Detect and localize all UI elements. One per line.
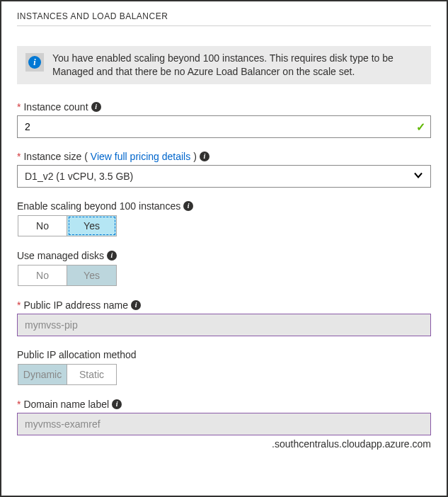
required-marker: * <box>17 299 21 311</box>
instance-size-value: D1_v2 (1 vCPU, 3.5 GB) <box>25 171 133 182</box>
pip-name-label: Public IP address name <box>23 299 128 311</box>
managed-disks-toggle: No Yes <box>17 264 117 287</box>
check-icon: ✓ <box>416 120 425 133</box>
field-instance-size: * Instance size (View full pricing detai… <box>17 151 431 188</box>
required-marker: * <box>17 399 21 410</box>
instance-count-label: Instance count <box>23 101 88 113</box>
info-icon[interactable]: i <box>112 399 122 409</box>
info-icon[interactable]: i <box>183 201 193 211</box>
instance-size-label: Instance size <box>23 151 81 162</box>
pip-alloc-static: Static <box>67 364 117 385</box>
managed-disks-no: No <box>18 265 67 286</box>
info-icon[interactable]: i <box>200 152 209 161</box>
instances-load-balancer-panel: INSTANCES AND LOAD BALANCER i You have e… <box>0 0 448 497</box>
pip-alloc-toggle: Dynamic Static <box>17 363 117 386</box>
field-pip-name: * Public IP address name i <box>17 299 431 336</box>
info-icon[interactable]: i <box>91 102 101 112</box>
info-icon: i <box>25 53 44 72</box>
managed-disks-yes: Yes <box>67 265 117 286</box>
field-dns-label: * Domain name label i .southcentralus.cl… <box>17 399 431 450</box>
field-managed-disks: Use managed disks i No Yes <box>17 250 431 287</box>
dns-label-label: Domain name label <box>23 399 109 410</box>
field-instance-count: * Instance count i ✓ <box>17 101 431 138</box>
info-banner-text: You have enabled scaling beyond 100 inst… <box>52 52 423 79</box>
pip-name-input <box>17 314 431 336</box>
instance-count-input[interactable] <box>17 115 431 138</box>
info-icon[interactable]: i <box>107 251 117 261</box>
info-icon[interactable]: i <box>131 300 141 310</box>
pricing-details-link[interactable]: View full pricing details <box>91 151 190 162</box>
info-banner: i You have enabled scaling beyond 100 in… <box>17 46 431 84</box>
field-scale-beyond: Enable scaling beyond 100 instances i No… <box>17 200 431 237</box>
required-marker: * <box>17 151 21 162</box>
pip-alloc-label: Public IP allocation method <box>17 349 137 360</box>
required-marker: * <box>17 101 21 113</box>
scale-beyond-label: Enable scaling beyond 100 instances <box>17 200 180 212</box>
section-title: INSTANCES AND LOAD BALANCER <box>17 11 431 26</box>
scale-beyond-no[interactable]: No <box>18 215 67 236</box>
dns-label-input <box>17 413 431 435</box>
managed-disks-label: Use managed disks <box>17 250 104 261</box>
chevron-down-icon <box>413 170 423 182</box>
pip-alloc-dynamic: Dynamic <box>18 364 67 385</box>
scale-beyond-toggle: No Yes <box>17 215 117 237</box>
field-pip-alloc: Public IP allocation method Dynamic Stat… <box>17 349 431 386</box>
scale-beyond-yes[interactable]: Yes <box>67 215 117 236</box>
instance-size-select[interactable]: D1_v2 (1 vCPU, 3.5 GB) <box>17 165 431 188</box>
dns-suffix: .southcentralus.cloudapp.azure.com <box>17 438 431 450</box>
